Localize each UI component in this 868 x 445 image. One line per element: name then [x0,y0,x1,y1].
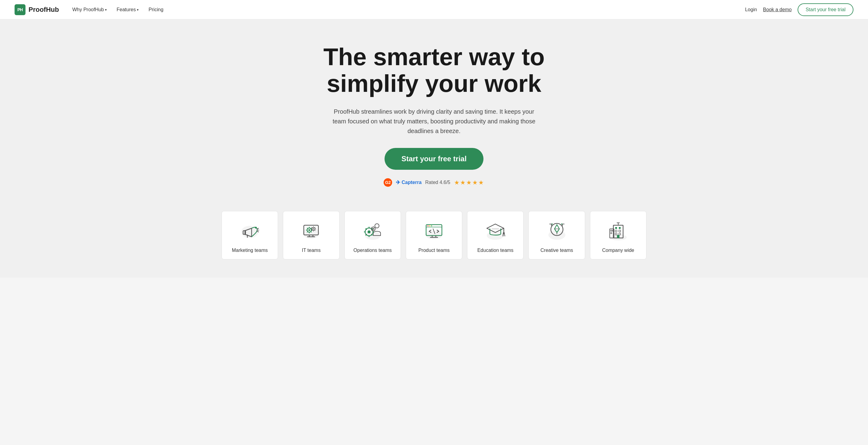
capterra-arrow-icon: ✈ [396,179,400,186]
svg-rect-48 [617,235,619,238]
team-card-operations[interactable]: Operations teams [344,211,401,260]
monitor-code-icon [422,218,446,243]
svg-rect-45 [619,230,621,232]
team-label-company: Company wide [602,248,634,253]
teams-section: Marketing teams IT teams [0,205,868,278]
capterra-badge: ✈ Capterra [396,179,422,186]
svg-point-39 [552,224,553,225]
team-label-product: Product teams [418,248,450,253]
team-card-education[interactable]: Education teams [467,211,524,260]
svg-point-14 [375,224,379,228]
svg-rect-43 [619,227,621,229]
svg-point-16 [368,230,371,233]
svg-point-18 [372,228,374,230]
chevron-down-icon: ▾ [137,8,139,12]
g2-badge: G2 [383,178,392,187]
team-card-marketing[interactable]: Marketing teams [222,211,278,260]
team-card-product[interactable]: Product teams [406,211,462,260]
svg-rect-44 [615,230,617,232]
hero-cta-button[interactable]: Start your free trial [384,148,484,170]
megaphone-icon [238,218,262,243]
hero-subtitle: ProofHub streamlines work by driving cla… [328,107,540,136]
team-card-creative[interactable]: Creative teams [528,211,585,260]
navbar-right: Login Book a demo Start your free trial [745,3,854,16]
book-demo-link[interactable]: Book a demo [763,7,792,12]
svg-rect-42 [615,227,617,229]
team-label-education: Education teams [477,248,514,253]
building-icon [606,218,630,243]
star-rating: ★★★★★ [454,179,485,186]
svg-point-38 [561,224,562,225]
nav-links: Why ProofHub ▾ Features ▾ Pricing [69,5,167,15]
hero-section: The smarter way to simplify your work Pr… [0,20,868,205]
team-card-it[interactable]: IT teams [283,211,339,260]
teams-grid: Marketing teams IT teams [222,211,646,260]
svg-point-28 [431,225,432,227]
hero-title: The smarter way to simplify your work [298,44,570,97]
navbar-left: PH ProofHub Why ProofHub ▾ Features ▾ Pr… [14,4,167,15]
login-link[interactable]: Login [745,7,757,12]
svg-point-26 [427,225,429,227]
svg-point-10 [308,229,310,231]
rating-text: Rated 4.6/5 [425,180,451,185]
gears-figure-icon [361,218,385,243]
svg-rect-31 [492,228,499,230]
graduation-icon [483,218,507,243]
svg-rect-52 [611,233,612,234]
monitor-gears-icon [299,218,323,243]
team-label-it: IT teams [302,248,320,253]
logo-link[interactable]: PH ProofHub [14,4,59,15]
nav-pricing[interactable]: Pricing [145,5,167,15]
hero-ratings: G2 ✈ Capterra Rated 4.6/5 ★★★★★ [6,178,862,187]
team-label-operations: Operations teams [353,248,392,253]
team-card-company[interactable]: Company wide [590,211,646,260]
team-label-marketing: Marketing teams [232,248,268,253]
logo-name: ProofHub [29,6,59,14]
svg-point-3 [255,227,257,229]
nav-features[interactable]: Features ▾ [113,5,142,15]
navbar: PH ProofHub Why ProofHub ▾ Features ▾ Pr… [0,0,868,20]
chevron-down-icon: ▾ [105,8,107,12]
svg-rect-50 [611,230,612,231]
logo-icon: PH [14,4,26,15]
nav-why[interactable]: Why ProofHub ▾ [69,5,111,15]
svg-point-12 [313,228,314,230]
pen-tool-icon [545,218,569,243]
team-label-creative: Creative teams [540,248,573,253]
nav-trial-button[interactable]: Start your free trial [798,3,854,16]
svg-point-27 [429,225,430,227]
